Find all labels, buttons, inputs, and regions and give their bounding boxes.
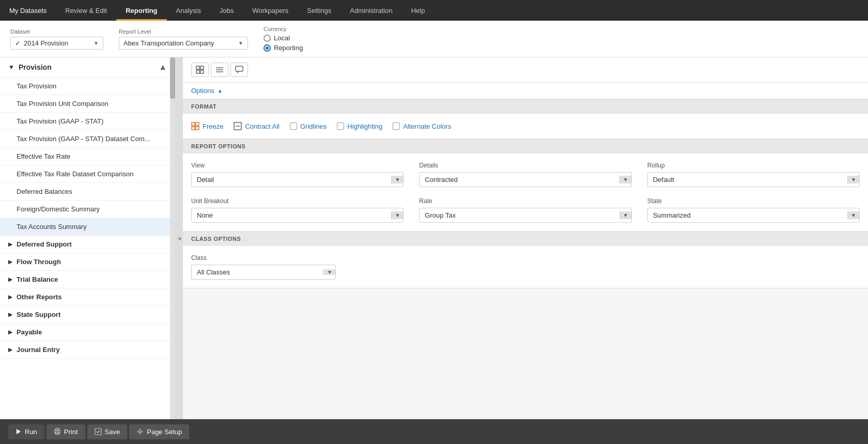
sidebar-item-tax-provision-gaap-dataset[interactable]: Tax Provision (GAAP - STAT) Dataset Com.… bbox=[0, 130, 175, 148]
nav-my-datasets[interactable]: My Datasets bbox=[0, 0, 56, 21]
sidebar-item-tax-accounts-summary[interactable]: Tax Accounts Summary bbox=[0, 218, 175, 236]
journal-entry-arrow: ▶ bbox=[8, 347, 12, 353]
rollup-value: Default bbox=[653, 176, 674, 183]
dataset-value: 2014 Provision bbox=[24, 39, 68, 47]
alternate-colors-item[interactable]: Alternate Colors bbox=[393, 123, 451, 130]
sidebar-resize-handle[interactable] bbox=[176, 57, 183, 420]
nav-workpapers[interactable]: Workpapers bbox=[243, 0, 298, 21]
run-button[interactable]: Run bbox=[8, 424, 44, 439]
nav-reporting[interactable]: Reporting bbox=[116, 0, 166, 21]
currency-local-option[interactable]: Local bbox=[264, 34, 303, 42]
sidebar-group-deferred-support-label: Deferred Support bbox=[17, 240, 72, 248]
payable-arrow: ▶ bbox=[8, 329, 12, 335]
save-icon bbox=[95, 428, 102, 435]
details-label: Details bbox=[419, 162, 631, 169]
view-select[interactable]: Detail ▼ bbox=[191, 172, 404, 187]
sidebar-item-tax-provision-unit[interactable]: Tax Provision Unit Comparison bbox=[0, 95, 175, 113]
sidebar-item-tax-provision-gaap[interactable]: Tax Provision (GAAP - STAT) bbox=[0, 113, 175, 130]
report-level-group: Report Level Abex Transportation Company… bbox=[119, 28, 248, 50]
sidebar-group-state-support[interactable]: ▶ State Support bbox=[0, 306, 175, 324]
report-options-grid: View Detail ▼ Details Contracted ▼ bbox=[183, 154, 868, 231]
svg-rect-0 bbox=[196, 66, 199, 69]
nav-jobs[interactable]: Jobs bbox=[210, 0, 243, 21]
nav-administration[interactable]: Administration bbox=[340, 0, 401, 21]
sidebar-group-payable[interactable]: ▶ Payable bbox=[0, 324, 175, 341]
gridlines-checkbox[interactable] bbox=[290, 123, 297, 130]
chat-view-button[interactable] bbox=[230, 63, 248, 77]
options-toggle[interactable]: Options ▲ bbox=[183, 83, 868, 99]
class-options-header: CLASS OPTIONS bbox=[183, 232, 868, 246]
freeze-label: Freeze bbox=[203, 123, 223, 130]
gridlines-item[interactable]: Gridlines bbox=[290, 123, 327, 130]
report-level-label: Report Level bbox=[119, 28, 248, 35]
sidebar-scrollbar-track[interactable] bbox=[170, 57, 175, 420]
sidebar-item-foreign-domestic[interactable]: Foreign/Domestic Summary bbox=[0, 201, 175, 218]
list-icon bbox=[215, 66, 224, 74]
sidebar-scrollbar-thumb[interactable] bbox=[170, 57, 175, 99]
svg-rect-3 bbox=[200, 70, 204, 73]
unit-breakout-select[interactable]: None ▼ bbox=[191, 208, 404, 223]
run-icon bbox=[16, 428, 22, 435]
class-options-section: CLASS OPTIONS Class All Classes ▼ bbox=[183, 232, 868, 288]
options-arrow-icon: ▲ bbox=[218, 88, 223, 94]
sidebar-item-effective-tax-rate-dataset[interactable]: Effective Tax Rate Dataset Comparison bbox=[0, 165, 175, 183]
state-label: State bbox=[647, 197, 860, 205]
nav-help[interactable]: Help bbox=[402, 0, 435, 21]
rollup-select[interactable]: Default ▼ bbox=[647, 172, 860, 187]
format-section-header: FORMAT bbox=[183, 99, 868, 114]
run-label: Run bbox=[25, 428, 37, 436]
nav-analysis[interactable]: Analysis bbox=[167, 0, 210, 21]
sidebar-group-trial-balance[interactable]: ▶ Trial Balance bbox=[0, 271, 175, 288]
sidebar-scroll-area: Tax Provision Tax Provision Unit Compari… bbox=[0, 78, 175, 420]
report-toolbar bbox=[183, 57, 868, 83]
contract-all-item[interactable]: Contract All bbox=[234, 122, 279, 130]
sidebar-group-trial-balance-label: Trial Balance bbox=[17, 275, 58, 283]
freeze-item[interactable]: Freeze bbox=[191, 122, 223, 130]
nav-review-edit[interactable]: Review & Edit bbox=[56, 0, 116, 21]
sidebar-group-payable-label: Payable bbox=[17, 328, 42, 336]
page-setup-button[interactable]: Page Setup bbox=[129, 424, 189, 439]
sidebar-group-deferred-support[interactable]: ▶ Deferred Support bbox=[0, 236, 175, 253]
nav-settings[interactable]: Settings bbox=[298, 0, 340, 21]
table-view-button[interactable] bbox=[191, 63, 209, 77]
sidebar-item-deferred-balances[interactable]: Deferred Balances bbox=[0, 183, 175, 201]
state-select[interactable]: Summarized ▼ bbox=[647, 208, 860, 223]
currency-reporting-radio[interactable] bbox=[264, 44, 271, 52]
currency-reporting-option[interactable]: Reporting bbox=[264, 44, 303, 52]
details-select[interactable]: Contracted ▼ bbox=[419, 172, 631, 187]
alternate-colors-checkbox[interactable] bbox=[393, 123, 400, 130]
print-button[interactable]: Print bbox=[47, 424, 85, 439]
sidebar-item-tax-provision[interactable]: Tax Provision bbox=[0, 78, 175, 95]
class-option-group: Class All Classes ▼ bbox=[191, 254, 336, 280]
unit-breakout-label: Unit Breakout bbox=[191, 197, 404, 205]
dataset-select[interactable]: ✓ 2014 Provision ▼ bbox=[10, 37, 103, 50]
report-options-header: REPORT OPTIONS bbox=[183, 139, 868, 154]
top-navigation: My Datasets Review & Edit Reporting Anal… bbox=[0, 0, 868, 21]
sidebar-item-effective-tax-rate[interactable]: Effective Tax Rate bbox=[0, 148, 175, 165]
class-select[interactable]: All Classes ▼ bbox=[191, 265, 336, 280]
sidebar-group-flow-through-label: Flow Through bbox=[17, 258, 61, 266]
sidebar-group-flow-through[interactable]: ▶ Flow Through bbox=[0, 253, 175, 271]
other-reports-arrow: ▶ bbox=[8, 294, 12, 300]
report-options-section: REPORT OPTIONS View Detail ▼ Details bbox=[183, 139, 868, 232]
report-level-select[interactable]: Abex Transportation Company ▼ bbox=[119, 37, 248, 50]
rollup-dropdown-arrow: ▼ bbox=[847, 176, 859, 183]
svg-rect-16 bbox=[56, 428, 59, 431]
rate-select[interactable]: Group Tax ▼ bbox=[419, 208, 631, 223]
sidebar-group-journal-entry[interactable]: ▶ Journal Entry bbox=[0, 341, 175, 359]
highlighting-checkbox[interactable] bbox=[337, 123, 344, 130]
highlighting-item[interactable]: Highlighting bbox=[337, 123, 382, 130]
state-dropdown-arrow: ▼ bbox=[847, 211, 859, 219]
rollup-label: Rollup bbox=[647, 162, 860, 169]
sidebar-group-state-support-label: State Support bbox=[17, 311, 60, 318]
save-button[interactable]: Save bbox=[87, 424, 128, 439]
print-label: Print bbox=[64, 428, 78, 436]
list-view-button[interactable] bbox=[211, 63, 228, 77]
currency-local-radio[interactable] bbox=[264, 35, 271, 42]
state-support-arrow: ▶ bbox=[8, 312, 12, 317]
page-setup-label: Page Setup bbox=[147, 428, 182, 436]
sidebar-collapse-button[interactable]: ▲ bbox=[159, 63, 167, 72]
svg-rect-7 bbox=[236, 66, 243, 71]
comment-icon bbox=[235, 66, 243, 74]
sidebar-group-other-reports[interactable]: ▶ Other Reports bbox=[0, 288, 175, 306]
